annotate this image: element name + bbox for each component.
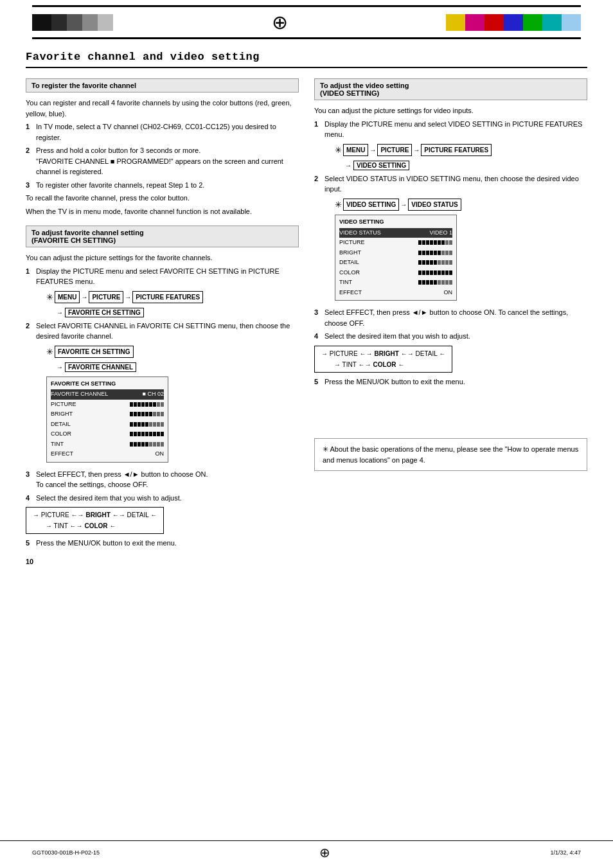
page-number: 10 <box>26 558 299 565</box>
right-color-bars <box>446 14 581 31</box>
footer-right: 1/1/32, 4:47 <box>550 849 581 856</box>
step2-1: 1 Display the PICTURE menu and select FA… <box>26 266 299 318</box>
note-text: When the TV is in menu mode, favorite ch… <box>26 206 299 217</box>
video-intro: You can adjust the picture settings for … <box>314 105 587 116</box>
left-color-bars <box>32 14 113 31</box>
footer-center-crosshair: ⊕ <box>319 845 330 860</box>
section2-title: To adjust favorite channel setting(FAVOR… <box>26 226 299 247</box>
note-box: ✳ About the basic operations of the menu… <box>314 438 587 471</box>
vstep-5: 5 Press the MENU/OK button to exit the m… <box>314 376 587 387</box>
step2-4: 4 Select the desired item that you wish … <box>26 493 299 504</box>
step2-5: 5 Press the MENU/OK button to exit the m… <box>26 538 299 549</box>
menu-path-2: ✳ FAVORITE CH SETTING <box>46 346 299 359</box>
section1-title: To register the favorite channel <box>26 78 299 93</box>
nav-diagram-left: → PICTURE ←→ BRIGHT ←→ DETAIL ← → TINT ←… <box>26 507 299 534</box>
section-video-title: To adjust the video setting(VIDEO SETTIN… <box>314 78 587 100</box>
vmenu-path-1: ✳ MENU → PICTURE → PICTURE FEATURES <box>335 144 587 157</box>
vstep-2: 2 Select VIDEO STATUS in VIDEO SETTING m… <box>314 173 587 305</box>
page-footer: GGT0030-001B-H-P02-15 ⊕ 1/1/32, 4:47 <box>0 840 613 864</box>
osd-row-detail: DETAIL <box>51 420 164 430</box>
osd-favorite-ch: FAVORITE CH SETTING FAVORITE CHANNEL ■ C… <box>46 376 168 463</box>
osd-row-picture: PICTURE <box>51 400 164 410</box>
osd-row-vcolor: COLOR <box>339 268 452 278</box>
footer-left: GGT0030-001B-H-P02-15 <box>32 849 100 856</box>
osd-row-vdetail: DETAIL <box>339 258 452 268</box>
osd-row-vtint: TINT <box>339 278 452 288</box>
osd-row-favch: FAVORITE CHANNEL ■ CH 02 <box>51 389 164 400</box>
osd-row-color: COLOR <box>51 429 164 439</box>
osd-row-tint: TINT <box>51 439 164 450</box>
section-register-favorite: To register the favorite channel You can… <box>26 78 299 217</box>
osd-row-vstatus: VIDEO STATUS VIDEO 1 <box>339 228 452 238</box>
osd-row-effect: EFFECT ON <box>51 449 164 459</box>
recall-text: To recall the favorite channel, press th… <box>26 193 299 204</box>
crosshair-icon: ⊕ <box>272 11 288 33</box>
section-favorite-ch-setting: To adjust favorite channel setting(FAVOR… <box>26 226 299 549</box>
page-header: ⊕ <box>0 0 613 39</box>
right-column: To adjust the video setting(VIDEO SETTIN… <box>314 78 587 565</box>
osd-row-vpicture: PICTURE <box>339 238 452 248</box>
section1-intro: You can register and recall 4 favorite c… <box>26 98 299 119</box>
section2-intro: You can adjust the picture settings for … <box>26 252 299 263</box>
vmenu-path-2: ✳ VIDEO SETTING → VIDEO STATUS <box>335 199 587 211</box>
step1-1: 1 In TV mode, select a TV channel (CH02-… <box>26 121 299 143</box>
vstep-1: 1 Display the PICTURE menu and select VI… <box>314 119 587 171</box>
step1-2: 2 Press and hold a color button for 3 se… <box>26 145 299 177</box>
osd-row-vbright: BRIGHT <box>339 248 452 258</box>
osd-video-setting: VIDEO SETTING VIDEO STATUS VIDEO 1 PICTU… <box>335 215 457 301</box>
main-content: Favorite channel and video setting To re… <box>0 44 613 604</box>
nav-diagram-right: → PICTURE ←→ BRIGHT ←→ DETAIL ← → TINT ←… <box>314 346 587 373</box>
left-column: To register the favorite channel You can… <box>26 78 299 565</box>
menu-path-1: ✳ MENU → PICTURE → PICTURE FEATURES <box>46 291 299 304</box>
step1-3: 3 To register other favorite channels, r… <box>26 180 299 191</box>
osd-row-bright: BRIGHT <box>51 409 164 420</box>
vstep-4: 4 Select the desired item that you wish … <box>314 331 587 342</box>
osd-row-veffect: EFFECT ON <box>339 288 452 298</box>
vstep-3: 3 Select EFFECT, then press ◄/► button t… <box>314 307 587 328</box>
step2-2: 2 Select FAVORITE CHANNEL in FAVORITE CH… <box>26 321 299 466</box>
page-title: Favorite channel and video setting <box>26 51 587 68</box>
section-video-setting: To adjust the video setting(VIDEO SETTIN… <box>314 78 587 387</box>
step2-3: 3 Select EFFECT, then press ◄/► button t… <box>26 469 299 490</box>
